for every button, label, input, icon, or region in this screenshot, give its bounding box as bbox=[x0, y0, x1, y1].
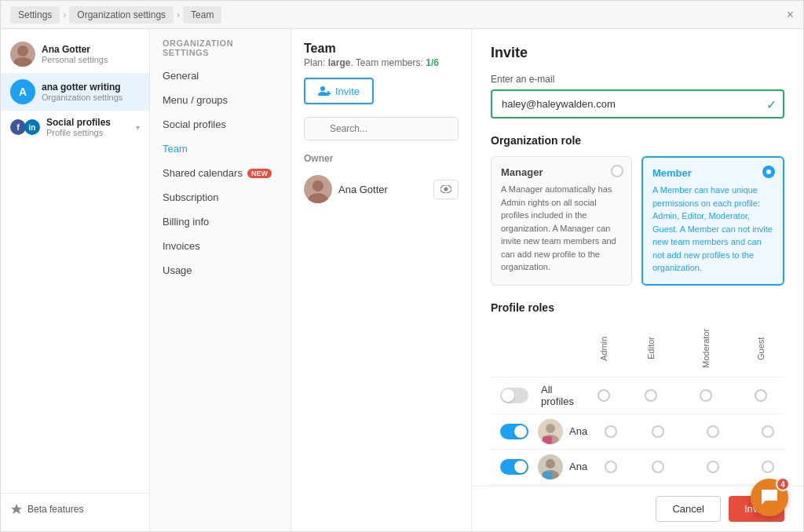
profile-name-2: Ana bbox=[569, 461, 587, 472]
sidebar-item-social-profiles[interactable]: f in Social profiles Profile settings ▾ bbox=[1, 111, 149, 144]
profile-toggle-2[interactable] bbox=[500, 459, 528, 475]
nav-section-title: Organization settings bbox=[150, 38, 291, 64]
roles-table-header: Admin Editor Moderator Guest bbox=[491, 323, 784, 370]
all-moderator-radio[interactable] bbox=[700, 389, 712, 402]
team-title: Team bbox=[304, 42, 459, 56]
breadcrumb-arrow-2: › bbox=[177, 9, 180, 20]
facebook-icon: f bbox=[10, 119, 26, 135]
profile-toggle-1[interactable] bbox=[500, 424, 528, 439]
search-wrapper: 🔍 bbox=[304, 117, 459, 140]
all-admin-radio-cell bbox=[580, 389, 627, 402]
profile-name-1: Ana bbox=[569, 425, 587, 437]
email-input[interactable] bbox=[491, 89, 784, 118]
profile1-editor-cell bbox=[634, 425, 682, 438]
profile2-guest-radio[interactable] bbox=[762, 461, 774, 473]
profile2-moderator-radio[interactable] bbox=[707, 461, 719, 473]
roles-table: Admin Editor Moderator Guest All profile… bbox=[491, 323, 784, 486]
profile-roles-title: Profile roles bbox=[491, 301, 784, 314]
member-radio[interactable] bbox=[762, 166, 775, 178]
chat-bubble[interactable]: 4 bbox=[751, 479, 788, 516]
all-admin-radio[interactable] bbox=[598, 389, 610, 402]
nav-item-billing[interactable]: Billing info bbox=[150, 210, 291, 234]
owner-name: Ana Gotter bbox=[338, 184, 388, 195]
avatar-org: A bbox=[10, 79, 35, 104]
profile-settings-label: Profile settings bbox=[46, 128, 130, 137]
table-row: Ana bbox=[491, 414, 784, 449]
breadcrumb-settings[interactable]: Settings bbox=[10, 6, 60, 24]
svg-rect-15 bbox=[543, 436, 552, 444]
manager-desc: A Manager automatically has Admin rights… bbox=[501, 183, 622, 274]
all-guest-radio[interactable] bbox=[755, 389, 767, 402]
cancel-button[interactable]: Cancel bbox=[656, 496, 720, 522]
all-profiles-toggle[interactable] bbox=[500, 388, 528, 403]
profile1-guest-radio[interactable] bbox=[762, 425, 774, 438]
user-name-ana: Ana Gotter bbox=[42, 44, 140, 55]
profile-cell-2: Ana bbox=[538, 454, 587, 479]
breadcrumb-org-settings[interactable]: Organization settings bbox=[69, 6, 174, 24]
profile2-moderator-cell bbox=[682, 461, 744, 473]
profile1-admin-radio[interactable] bbox=[605, 425, 617, 438]
svg-point-4 bbox=[320, 86, 325, 91]
close-icon[interactable]: × bbox=[787, 8, 794, 22]
role-card-manager[interactable]: Manager A Manager automatically has Admi… bbox=[491, 156, 632, 286]
profile2-editor-radio[interactable] bbox=[652, 461, 664, 473]
nav-item-shared-calendars[interactable]: Shared calendars NEW bbox=[150, 161, 291, 185]
chevron-down-icon: ▾ bbox=[136, 123, 140, 132]
role-card-member[interactable]: Member A Member can have unique permissi… bbox=[641, 156, 784, 286]
profile2-admin-radio[interactable] bbox=[605, 461, 617, 473]
role-cards: Manager A Manager automatically has Admi… bbox=[491, 156, 784, 286]
nav-item-general[interactable]: General bbox=[150, 64, 291, 88]
toggle-knob bbox=[502, 389, 514, 402]
nav-item-usage[interactable]: Usage bbox=[150, 258, 291, 282]
middle-nav: Organization settings General Menu / gro… bbox=[150, 29, 291, 531]
sidebar-item-org[interactable]: A ana gotter writing Organization settin… bbox=[1, 73, 149, 111]
profile2-admin-cell bbox=[587, 461, 634, 473]
profile-avatar-1 bbox=[538, 419, 563, 444]
all-editor-radio[interactable] bbox=[645, 389, 657, 402]
nav-item-invoices[interactable]: Invoices bbox=[150, 234, 291, 258]
team-panel: Team Plan: large. Team members: 1/6 Invi… bbox=[291, 29, 472, 531]
nav-item-social-profiles[interactable]: Social profiles bbox=[150, 112, 291, 137]
email-valid-icon: ✓ bbox=[766, 97, 777, 111]
user-role-personal: Personal settings bbox=[42, 55, 140, 64]
eye-icon bbox=[440, 185, 451, 193]
beta-features-label: Beta features bbox=[27, 504, 83, 515]
toggle-knob-1 bbox=[514, 425, 527, 438]
sidebar-item-personal[interactable]: Ana Gotter Personal settings bbox=[1, 35, 149, 73]
nav-item-subscription[interactable]: Subscription bbox=[150, 185, 291, 210]
owner-avatar bbox=[304, 175, 332, 203]
email-input-wrapper: ✓ bbox=[491, 89, 784, 118]
manager-radio[interactable] bbox=[611, 165, 623, 177]
profile1-moderator-radio[interactable] bbox=[707, 425, 719, 438]
invite-title: Invite bbox=[491, 45, 784, 61]
all-moderator-radio-cell bbox=[674, 389, 737, 402]
col-moderator: Moderator bbox=[674, 323, 737, 370]
linkedin-icon: in bbox=[24, 119, 40, 135]
col-guest: Guest bbox=[737, 323, 784, 370]
svg-point-13 bbox=[546, 424, 555, 433]
profile2-guest-cell bbox=[744, 461, 791, 473]
chat-icon bbox=[760, 488, 779, 507]
beta-features-item[interactable]: Beta features bbox=[1, 493, 149, 525]
manager-title: Manager bbox=[501, 166, 622, 178]
svg-point-8 bbox=[312, 180, 323, 191]
user-info-personal: Ana Gotter Personal settings bbox=[42, 44, 140, 64]
team-invite-button[interactable]: Invite bbox=[304, 78, 374, 104]
all-profiles-toggle-cell bbox=[491, 388, 538, 403]
view-owner-button[interactable] bbox=[433, 180, 459, 199]
nav-item-menu-groups[interactable]: Menu / groups bbox=[150, 88, 291, 112]
profile2-editor-cell bbox=[634, 461, 682, 473]
profile1-moderator-cell bbox=[682, 425, 744, 438]
nav-item-team[interactable]: Team bbox=[150, 137, 291, 161]
all-profiles-label: All profiles bbox=[538, 384, 580, 407]
member-title: Member bbox=[652, 167, 773, 179]
avatar-ana-gotter bbox=[10, 42, 35, 67]
breadcrumb-team[interactable]: Team bbox=[183, 6, 221, 24]
person-add-icon bbox=[318, 85, 331, 97]
team-plan-info: Plan: large. Team members: 1/6 bbox=[304, 57, 459, 68]
svg-point-17 bbox=[546, 459, 555, 468]
profile1-editor-radio[interactable] bbox=[652, 425, 664, 438]
member-desc: A Member can have unique permissions on … bbox=[652, 184, 773, 275]
org-role-title: Organization role bbox=[491, 134, 784, 147]
search-input[interactable] bbox=[304, 117, 459, 140]
